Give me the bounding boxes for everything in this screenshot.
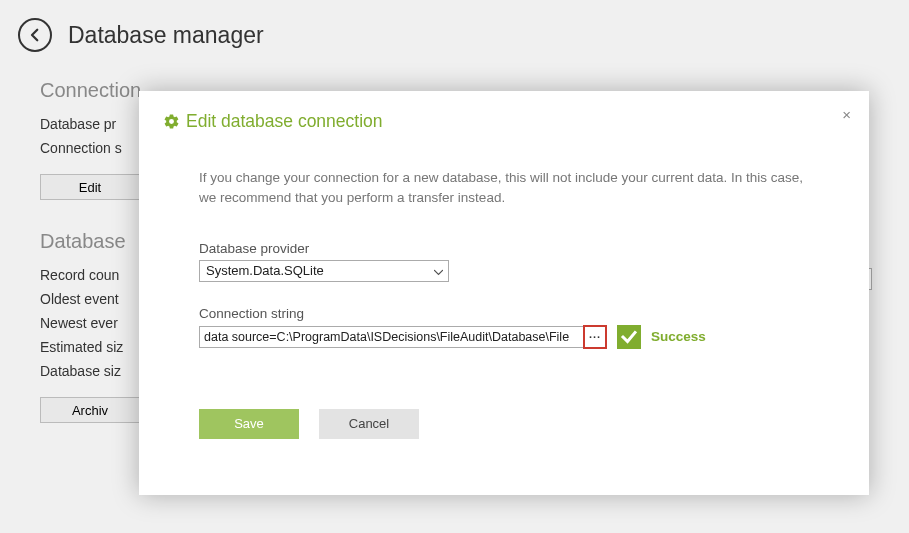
edit-connection-dialog: × Edit database connection If you change… [139,91,869,495]
ellipsis-icon: ··· [589,331,601,343]
check-icon [620,328,638,346]
edit-button-bg[interactable]: Edit [40,174,140,200]
cancel-button[interactable]: Cancel [319,409,419,439]
arrow-left-icon [26,26,44,44]
browse-button[interactable]: ··· [583,325,607,349]
back-button[interactable] [18,18,52,52]
dbprovider-label: Database provider [199,241,809,256]
dialog-info-text: If you change your connection for a new … [199,168,809,209]
success-label: Success [651,329,706,344]
save-button[interactable]: Save [199,409,299,439]
dbprovider-value: System.Data.SQLite [206,263,324,278]
connstring-input[interactable] [199,326,584,348]
page-title: Database manager [68,22,264,49]
connstring-label: Connection string [199,306,809,321]
close-button[interactable]: × [842,107,851,122]
test-success-indicator [617,325,641,349]
chevron-down-icon [434,263,443,278]
gear-icon [163,113,180,130]
dialog-title: Edit database connection [186,111,383,132]
dbprovider-select[interactable]: System.Data.SQLite [199,260,449,282]
archive-button-bg[interactable]: Archiv [40,397,140,423]
